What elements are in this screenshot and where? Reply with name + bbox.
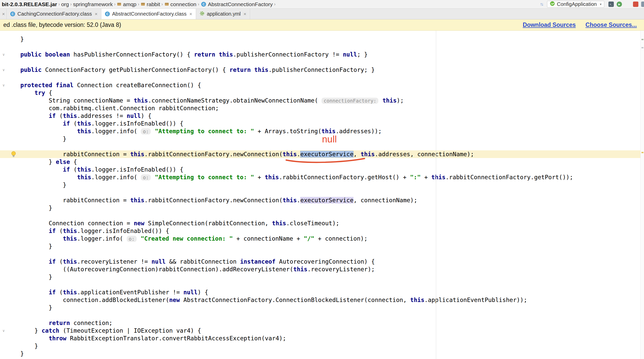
code-line[interactable]: } [0, 304, 644, 311]
download-sources-link[interactable]: Download Sources [523, 21, 576, 28]
code-line[interactable] [0, 74, 644, 81]
class-icon: C [105, 12, 110, 16]
chevron-icon: › [70, 2, 72, 7]
tab-label: CachingConnectionFactory.class [17, 11, 92, 17]
fold-icon[interactable]: ∨ [1, 66, 6, 74]
breadcrumb-item-amqp[interactable]: amqp [122, 1, 137, 7]
code-line[interactable]: rabbitConnection = this.rabbitConnection… [0, 196, 644, 204]
run-icon[interactable]: ▶ [617, 2, 622, 7]
lightbulb-icon[interactable] [10, 151, 17, 159]
editor-tab-bar: × C CachingConnectionFactory.class × C A… [0, 9, 644, 19]
decompiler-banner: ed .class file, bytecode version: 52.0 (… [0, 19, 644, 31]
breadcrumb-jar[interactable]: bit-2.0.3.RELEASE.jar [1, 1, 58, 7]
breadcrumb-item-org[interactable]: org [60, 1, 70, 7]
code-line[interactable] [0, 189, 644, 196]
code-editor[interactable]: } public boolean hasPublisherConnectionF… [0, 31, 644, 359]
close-icon[interactable]: × [189, 11, 192, 17]
code-line[interactable]: } [0, 342, 644, 350]
code-line[interactable] [0, 43, 644, 51]
chevron-icon: › [197, 2, 200, 7]
update-arrows-icon[interactable]: ↑↓ [540, 2, 543, 7]
code-line[interactable]: try { [0, 89, 644, 97]
stop-icon[interactable] [633, 2, 638, 7]
code-line[interactable]: } [0, 35, 644, 43]
chevron-icon: › [58, 2, 60, 7]
toolbar-right: ↑↓ ConfigApplication ▾ >_ ▶ [540, 1, 644, 8]
code-line[interactable] [0, 250, 644, 258]
breadcrumb-item-class[interactable]: AbstractConnectionFactory [207, 1, 273, 7]
code-line[interactable] [0, 281, 644, 288]
stripe-mark[interactable] [641, 39, 643, 40]
breadcrumb-item-rabbit[interactable]: rabbit [146, 1, 161, 7]
clipped-tab[interactable]: × [0, 9, 7, 19]
tab-application-yml[interactable]: application.yml × [196, 9, 250, 19]
code-line[interactable]: if (this.applicationEventPublisher != nu… [0, 288, 644, 296]
code-line[interactable]: } [0, 242, 644, 250]
run-config-selector[interactable]: ConfigApplication ▾ [547, 1, 604, 8]
code-line[interactable] [0, 58, 644, 66]
code-line[interactable]: } [0, 181, 644, 189]
banner-links: Download Sources Choose Sources... [523, 21, 637, 28]
code-line[interactable]: if (this.recoveryListener != null && rab… [0, 258, 644, 265]
class-icon: C [201, 2, 206, 7]
breadcrumb-item-springframework[interactable]: springframework [72, 1, 113, 7]
code-line[interactable]: } [0, 350, 644, 357]
code-line[interactable]: public ConnectionFactory getPublisherCon… [0, 66, 644, 74]
code-line[interactable]: public boolean hasPublisherConnectionFac… [0, 51, 644, 58]
package-icon [141, 2, 145, 6]
code-line[interactable]: } else { [0, 158, 644, 166]
stripe-mark[interactable] [641, 47, 643, 48]
chevron-icon: › [161, 2, 164, 7]
close-icon[interactable]: × [243, 11, 246, 17]
ide-window: bit-2.0.3.RELEASE.jar › org › springfram… [0, 0, 644, 359]
code-line[interactable]: if (this.logger.isInfoEnabled()) { [0, 227, 644, 235]
choose-sources-link[interactable]: Choose Sources... [585, 21, 637, 28]
code-line[interactable]: connection.addBlockedListener(new Abstra… [0, 296, 644, 304]
grid-icon[interactable] [625, 2, 630, 7]
toolbar-icons: >_ ▶ [608, 2, 643, 7]
terminal-icon[interactable]: >_ [608, 2, 614, 7]
code-line[interactable]: rabbitConnection = this.rabbitConnection… [0, 150, 644, 158]
null-annotation-text: null [322, 134, 337, 145]
fold-icon[interactable]: ∨ [1, 327, 6, 334]
code-lines: } public boolean hasPublisherConnectionF… [0, 31, 644, 359]
tab-label: AbstractConnectionFactory.class [112, 11, 187, 17]
code-line[interactable]: return connection; [0, 319, 644, 327]
stripe-mark[interactable] [641, 152, 643, 153]
package-icon [117, 2, 121, 6]
fold-icon[interactable]: ∨ [1, 51, 6, 58]
fold-icon[interactable]: ∨ [1, 81, 6, 89]
code-line[interactable]: this.logger.info( o: "Created new connec… [0, 235, 644, 242]
tool-window-icon[interactable] [641, 2, 644, 7]
breadcrumb-item-connection[interactable]: connection [170, 1, 197, 7]
code-line[interactable]: if (this.addresses != null) { [0, 112, 644, 120]
code-line[interactable]: String connectionName = this.connectionN… [0, 97, 644, 104]
code-line[interactable]: } [0, 204, 644, 212]
code-line[interactable]: if (this.logger.isInfoEnabled()) { [0, 166, 644, 173]
code-line[interactable]: ((AutorecoveringConnection)rabbitConnect… [0, 265, 644, 273]
code-line[interactable] [0, 212, 644, 219]
chevron-icon: › [113, 2, 116, 7]
close-icon[interactable]: × [94, 11, 98, 17]
code-line[interactable]: } catch (TimeoutException | IOException … [0, 327, 644, 334]
chevron-icon: › [137, 2, 140, 7]
tab-abstract-connection-factory[interactable]: C AbstractConnectionFactory.class × [101, 9, 196, 19]
tab-caching-connection-factory[interactable]: C CachingConnectionFactory.class × [7, 9, 101, 19]
class-icon: C [10, 12, 15, 16]
code-line[interactable]: if (this.logger.isInfoEnabled()) { [0, 120, 644, 127]
error-stripe[interactable] [640, 31, 644, 359]
code-line[interactable]: protected final Connection createBareCon… [0, 81, 644, 89]
code-line[interactable]: } [0, 273, 644, 281]
run-config-label: ConfigApplication [557, 1, 597, 7]
code-line[interactable]: throw RabbitExceptionTranslator.convertR… [0, 334, 644, 342]
close-icon[interactable]: × [2, 11, 5, 17]
package-icon [165, 2, 169, 6]
code-line[interactable] [0, 311, 644, 319]
code-line[interactable]: this.logger.info( o: "Attempting to conn… [0, 173, 644, 181]
code-line[interactable]: Connection connection = new SimpleConnec… [0, 219, 644, 227]
code-line[interactable]: com.rabbitmq.client.Connection rabbitCon… [0, 104, 644, 112]
dropdown-icon: ▾ [600, 2, 602, 6]
banner-message: ed .class file, bytecode version: 52.0 (… [3, 21, 121, 28]
breadcrumb-bar: bit-2.0.3.RELEASE.jar › org › springfram… [0, 0, 644, 9]
yaml-gear-icon [200, 11, 205, 17]
